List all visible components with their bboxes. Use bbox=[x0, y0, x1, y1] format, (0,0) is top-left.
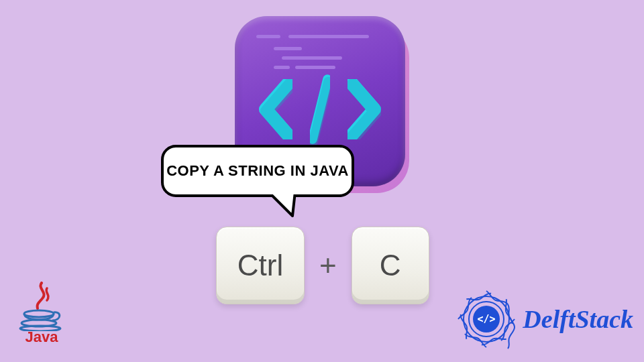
svg-rect-2 bbox=[266, 192, 298, 194]
c-key: C bbox=[352, 227, 429, 304]
c-key-label: C bbox=[380, 249, 401, 282]
speech-bubble-tail bbox=[266, 192, 298, 220]
code-brackets-icon bbox=[259, 71, 381, 145]
plus-separator: + bbox=[319, 249, 337, 282]
keyboard-shortcut: Ctrl + C bbox=[216, 227, 429, 304]
java-logo: Java bbox=[8, 282, 75, 355]
ctrl-key: Ctrl bbox=[216, 227, 305, 304]
speech-text: COPY A STRING IN JAVA bbox=[166, 162, 349, 180]
java-cup-icon bbox=[17, 282, 66, 331]
ctrl-key-label: Ctrl bbox=[237, 249, 283, 282]
delftstack-logo: </> DelftStack bbox=[455, 288, 633, 350]
svg-text:</>: </> bbox=[478, 313, 496, 325]
svg-rect-1 bbox=[310, 76, 330, 147]
delft-badge-icon: </> bbox=[455, 288, 517, 350]
java-logo-text: Java bbox=[25, 328, 58, 346]
speech-bubble: COPY A STRING IN JAVA bbox=[161, 145, 354, 197]
delftstack-logo-text: DelftStack bbox=[523, 304, 633, 334]
svg-point-3 bbox=[24, 310, 54, 317]
